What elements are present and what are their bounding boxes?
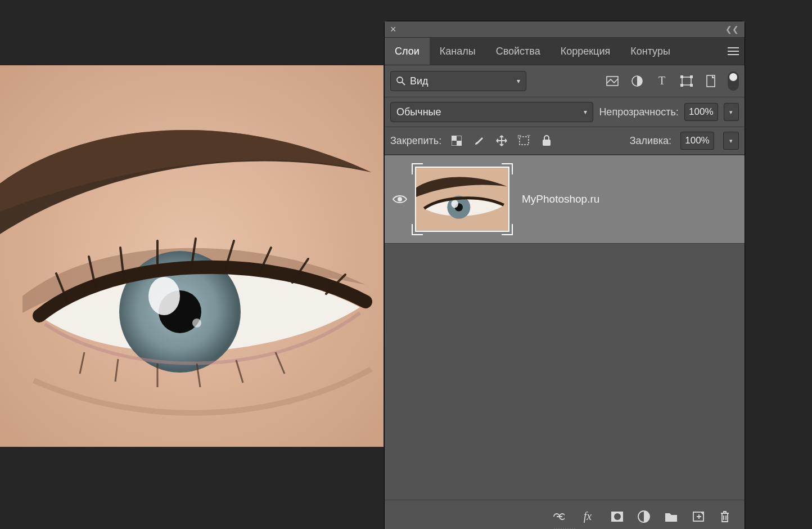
new-layer-icon[interactable] [692,510,704,523]
svg-point-5 [397,77,403,83]
eye-photo [0,65,384,447]
layer-visibility-toggle[interactable] [385,194,415,204]
chevron-down-icon: ▾ [517,77,520,85]
lock-pixels-icon[interactable] [450,135,463,147]
tab-properties[interactable]: Свойства [486,38,551,65]
lock-label: Закрепить: [390,135,441,147]
layer-row[interactable]: MyPhotoshop.ru [385,155,745,244]
link-layers-icon[interactable] [552,510,565,523]
svg-text:T: T [658,75,665,87]
filter-toggle[interactable] [728,71,739,91]
svg-line-6 [402,82,405,85]
eye-icon [393,194,407,204]
lock-artboard-icon[interactable] [518,135,530,147]
tab-adjustments[interactable]: Коррекция [551,38,621,65]
panel-titlebar[interactable]: × ❮❮ [385,21,745,38]
layer-name[interactable]: MyPhotoshop.ru [522,193,599,205]
layer-thumbnail[interactable] [415,167,509,232]
tab-layers[interactable]: Слои [385,38,430,65]
filter-pixel-icon[interactable] [606,75,619,87]
panel-menu-icon[interactable] [722,38,745,65]
svg-rect-13 [680,84,683,87]
fill-dropdown-button[interactable]: ▾ [723,132,739,150]
svg-rect-19 [520,137,529,145]
filter-smartobject-icon[interactable] [705,75,718,87]
panel-tabs: Слои Каналы Свойства Коррекция Контуры [385,38,745,65]
filter-type-label: Вид [410,75,428,87]
lock-position-icon[interactable] [495,135,508,147]
fill-value[interactable]: 100% [680,132,714,150]
svg-rect-17 [452,136,457,141]
svg-point-4 [192,319,201,328]
filter-type-dropdown[interactable]: Вид ▾ [390,71,526,91]
close-icon[interactable]: × [385,24,402,35]
svg-point-25 [452,200,458,208]
svg-rect-10 [682,77,691,85]
opacity-label[interactable]: Непрозрачность: [599,106,678,118]
filter-shape-icon[interactable] [680,75,693,87]
canvas-area[interactable] [0,65,384,447]
svg-rect-12 [690,75,693,78]
blend-mode-dropdown[interactable]: Обычные ▾ [390,102,593,122]
new-group-icon[interactable] [665,510,677,523]
fill-label[interactable]: Заливка: [630,135,671,147]
blend-mode-value: Обычные [396,106,441,118]
chevron-down-icon: ▾ [584,108,587,116]
filter-row: Вид ▾ T [385,65,745,97]
panel-footer: fx [385,500,745,529]
svg-point-27 [614,513,621,520]
tab-channels[interactable]: Каналы [430,38,486,65]
opacity-value[interactable]: 100% [684,103,718,121]
svg-rect-18 [457,141,462,146]
layers-list: MyPhotoshop.ru [385,155,745,244]
svg-rect-14 [690,84,693,87]
svg-point-21 [398,197,402,201]
new-adjustment-icon[interactable] [638,510,650,523]
filter-adjustment-icon[interactable] [631,75,643,87]
tab-paths[interactable]: Контуры [620,38,680,65]
blend-row: Обычные ▾ Непрозрачность: 100% ▾ [385,97,745,127]
layer-fx-icon[interactable]: fx [579,510,596,523]
svg-point-3 [148,277,180,315]
opacity-dropdown-button[interactable]: ▾ [724,103,739,121]
search-icon [396,77,405,86]
lock-all-icon[interactable] [540,135,553,147]
layers-panel: × ❮❮ Слои Каналы Свойства Коррекция Конт… [384,21,745,529]
lock-brush-icon[interactable] [473,135,485,147]
lock-row: Закрепить: Заливка: 100% ▾ [385,127,745,155]
collapse-icon[interactable]: ❮❮ [720,25,745,34]
svg-rect-11 [680,75,683,78]
delete-layer-icon[interactable] [719,510,731,523]
add-mask-icon[interactable] [611,510,623,523]
svg-rect-20 [543,140,551,146]
filter-text-icon[interactable]: T [656,75,668,87]
